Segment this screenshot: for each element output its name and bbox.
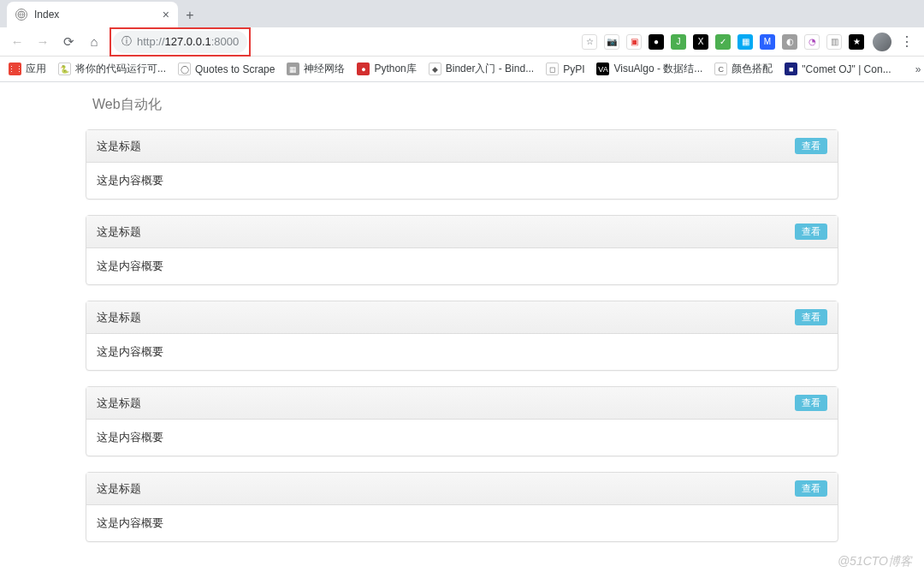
bookmark-item[interactable]: ■"Comet OJ" | Con... [785,63,891,75]
favicon-globe-icon [15,9,27,21]
extension-icon[interactable]: J [671,34,686,50]
panel-body: 这是内容概要 [86,505,838,541]
browser-menu-button[interactable]: ⋮ [897,33,917,50]
panel-body: 这是内容概要 [86,163,838,199]
extension-icon[interactable]: ▥ [826,34,842,50]
new-tab-button[interactable]: + [178,3,202,27]
panel-body: 这是内容概要 [86,334,838,370]
extension-icon[interactable]: ▦ [737,34,753,50]
bookmark-item[interactable]: C颜色搭配 [714,62,773,76]
panel-body: 这是内容概要 [86,420,838,456]
bookmark-label: VisuAlgo - 数据结... [613,62,702,76]
panel-header: 这是标题查看 [86,130,838,163]
extension-icon[interactable]: X [693,34,708,50]
extension-icon[interactable]: ● [649,34,664,50]
bookmark-icon: ■ [785,63,797,75]
bookmark-icon: ● [357,63,370,75]
extension-icon[interactable]: ★ [849,34,864,50]
content-panel: 这是标题查看这是内容概要 [86,301,838,371]
bookmark-item[interactable]: ◯Quotes to Scrape [178,63,275,75]
bookmark-icon: ▦ [287,63,299,75]
panel-header: 这是标题查看 [86,473,838,505]
bookmarks-bar: ⋮⋮应用🐍将你的代码运行可...◯Quotes to Scrape▦神经网络●P… [0,57,924,82]
content-panel: 这是标题查看这是内容概要 [86,386,838,456]
extension-icon[interactable]: ◔ [804,34,820,50]
bookmark-label: 颜色搭配 [732,62,773,76]
content-panel: 这是标题查看这是内容概要 [86,472,838,542]
bookmark-icon: VA [596,63,609,75]
view-button[interactable]: 查看 [795,395,827,411]
address-bar[interactable]: ⓘ http://127.0.0.1:8000 [113,31,247,53]
panel-title: 这是标题 [97,139,141,154]
reload-button[interactable]: ⟳ [58,32,79,52]
extension-icon[interactable]: M [760,34,775,50]
watermark: @51CTO博客 [838,554,912,569]
view-button[interactable]: 查看 [795,480,827,497]
bookmark-item[interactable]: ◆Binder入门 - Bind... [429,62,534,76]
page-brand: Web自动化 [86,91,838,129]
bookmark-item[interactable]: ●Python库 [357,62,416,76]
view-button[interactable]: 查看 [795,138,827,154]
bookmark-label: Quotes to Scrape [195,63,275,75]
toolbar: ← → ⟳ ⌂ ⓘ http://127.0.0.1:8000 ☆📷▣●JX✓▦… [0,27,924,57]
bookmark-icon: ◆ [429,63,441,75]
panel-title: 这是标题 [97,481,141,497]
bookmark-item[interactable]: VAVisuAlgo - 数据结... [596,62,702,76]
home-button[interactable]: ⌂ [84,32,104,52]
content-panel: 这是标题查看这是内容概要 [86,215,838,285]
panel-title: 这是标题 [97,224,141,240]
view-button[interactable]: 查看 [795,223,827,240]
tab-bar: Index × + [0,0,924,27]
url-highlight-annotation: ⓘ http://127.0.0.1:8000 [110,27,251,57]
browser-tab[interactable]: Index × [7,2,178,27]
extensions-row: ☆📷▣●JX✓▦M◐◔▥★ [582,34,868,50]
panel-body: 这是内容概要 [86,248,838,284]
extension-icon[interactable]: ✓ [715,34,731,50]
bookmark-icon: 🐍 [58,63,71,75]
panel-header: 这是标题查看 [86,301,838,334]
bookmark-label: 神经网络 [304,62,345,76]
bookmark-item[interactable]: ▦神经网络 [287,62,345,76]
extension-icon[interactable]: 📷 [604,34,619,50]
bookmark-label: Python库 [374,62,416,76]
panel-header: 这是标题查看 [86,216,838,248]
content-panel: 这是标题查看这是内容概要 [86,129,838,200]
extension-icon[interactable]: ☆ [582,34,597,50]
extension-icon[interactable]: ▣ [626,34,642,50]
panel-header: 这是标题查看 [86,387,838,420]
bookmark-icon: C [714,63,727,75]
bookmark-icon: ⋮⋮ [9,63,21,75]
bookmark-label: 将你的代码运行可... [75,62,166,76]
site-info-icon[interactable]: ⓘ [121,34,132,49]
back-button[interactable]: ← [7,32,27,52]
url-text: http://127.0.0.1:8000 [137,35,239,48]
bookmark-label: PyPI [563,63,584,75]
forward-button[interactable]: → [33,32,53,52]
profile-avatar[interactable] [873,33,891,51]
bookmark-item[interactable]: 🐍将你的代码运行可... [58,62,166,76]
bookmark-icon: ◻ [546,63,559,75]
panel-title: 这是标题 [97,310,141,325]
bookmark-label: "Comet OJ" | Con... [802,63,891,75]
bookmark-item[interactable]: ◻PyPI [546,63,584,75]
panel-title: 这是标题 [97,396,141,411]
bookmark-icon: ◯ [178,63,191,75]
bookmark-item[interactable]: ⋮⋮应用 [9,62,46,76]
bookmark-label: Binder入门 - Bind... [446,62,534,76]
close-tab-icon[interactable]: × [163,8,169,21]
page-content: Web自动化 这是标题查看这是内容概要这是标题查看这是内容概要这是标题查看这是内… [0,82,924,542]
bookmark-label: 应用 [26,62,46,76]
tab-title: Index [34,9,59,21]
bookmarks-overflow[interactable]: » [915,63,921,75]
extension-icon[interactable]: ◐ [782,34,797,50]
view-button[interactable]: 查看 [795,309,827,325]
